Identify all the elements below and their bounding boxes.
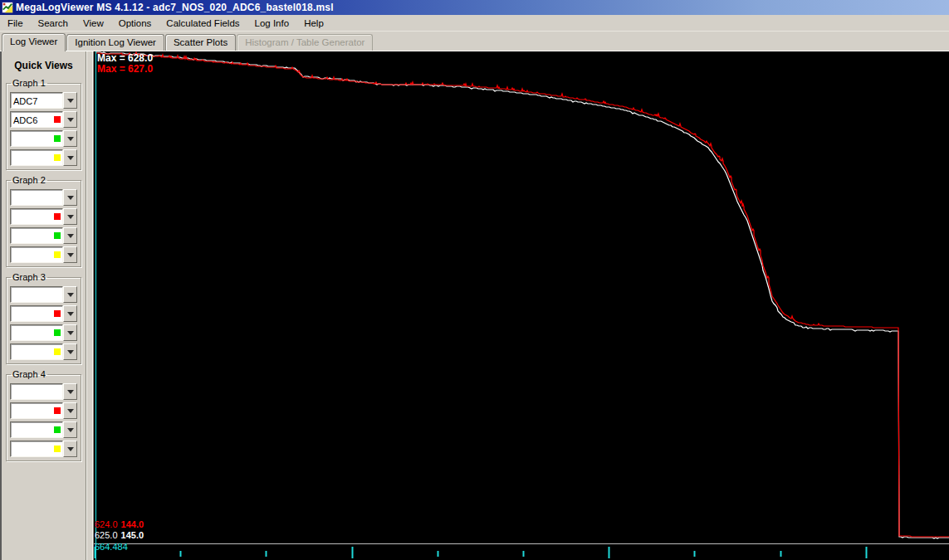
combo-dropdown-button[interactable]	[63, 421, 77, 438]
graph3-slot4-combobox[interactable]	[10, 343, 77, 360]
splitter-handle[interactable]	[86, 51, 94, 560]
combo-dropdown-button[interactable]	[63, 149, 77, 166]
combo-selected-value	[11, 290, 13, 300]
combo-dropdown-button[interactable]	[63, 402, 77, 419]
tab-ignition-log-viewer[interactable]: Ignition Log Viewer	[66, 34, 164, 51]
chevron-down-icon	[67, 447, 74, 455]
quick-views-sidebar: Quick Views Graph 1ADC7ADC6Graph 2Graph …	[2, 51, 86, 560]
graph3-slot2-combobox[interactable]	[10, 305, 77, 322]
graph2-slot1-combobox[interactable]	[10, 189, 77, 206]
combo-selected-value	[11, 212, 13, 222]
tab-strip: Log Viewer Ignition Log Viewer Scatter P…	[0, 32, 949, 51]
combo-dropdown-button[interactable]	[63, 383, 77, 400]
chevron-down-icon	[67, 409, 74, 416]
graph3-slot3-combobox[interactable]	[10, 324, 77, 341]
combo-dropdown-button[interactable]	[63, 111, 77, 128]
graph3-slot1-combobox[interactable]	[10, 286, 77, 303]
chevron-down-icon	[67, 118, 74, 125]
title-bar[interactable]: MegaLogViewer MS 4.1.12 - adc7_NOS_020_A…	[0, 0, 949, 15]
trace-color-swatch	[54, 329, 61, 336]
graph1-slot4-combobox[interactable]	[10, 149, 77, 166]
combo-field[interactable]	[10, 441, 63, 457]
graph4-slot1-combobox[interactable]	[10, 383, 77, 400]
trace-color-swatch	[54, 116, 61, 123]
trace-color-swatch	[54, 213, 61, 220]
combo-selected-value	[11, 407, 13, 416]
graph-group-label: Graph 4	[11, 369, 47, 379]
combo-field[interactable]	[10, 286, 63, 303]
combo-dropdown-button[interactable]	[63, 92, 77, 109]
combo-field[interactable]: ADC7	[10, 92, 63, 109]
combo-field[interactable]: ADC6	[10, 111, 63, 128]
combo-selected-value	[11, 193, 13, 203]
trace-color-swatch	[54, 426, 61, 433]
chevron-down-icon	[67, 390, 74, 397]
trace-color-swatch	[54, 194, 61, 201]
combo-selected-value	[11, 231, 13, 241]
menu-file[interactable]: File	[0, 15, 31, 32]
graph1-slot2-combobox[interactable]: ADC6	[10, 111, 77, 128]
graph2-slot3-combobox[interactable]	[10, 227, 77, 244]
cursor-value-red: 624.0	[95, 519, 118, 529]
combo-dropdown-button[interactable]	[63, 305, 77, 322]
combo-dropdown-button[interactable]	[63, 246, 77, 263]
combo-field[interactable]	[10, 246, 63, 263]
chevron-down-icon	[67, 331, 74, 338]
graph4-slot4-combobox[interactable]	[10, 441, 77, 457]
combo-dropdown-button[interactable]	[63, 189, 77, 206]
combo-field[interactable]	[10, 324, 63, 341]
graph2-slot2-combobox[interactable]	[10, 208, 77, 225]
graph-group-2: Graph 2	[6, 175, 81, 267]
combo-dropdown-button[interactable]	[63, 286, 77, 303]
combo-selected-value	[11, 329, 13, 338]
combo-field[interactable]	[10, 189, 63, 206]
graph1-slot3-combobox[interactable]	[10, 130, 77, 147]
combo-field[interactable]	[10, 149, 63, 166]
graph1-slot1-combobox[interactable]: ADC7	[10, 92, 77, 109]
graph4-slot2-combobox[interactable]	[10, 402, 77, 419]
combo-field[interactable]	[10, 208, 63, 225]
combo-selected-value	[11, 153, 13, 163]
app-icon[interactable]	[2, 2, 13, 13]
combo-selected-value	[11, 309, 13, 319]
combo-field[interactable]	[10, 343, 63, 360]
log-plot[interactable]	[94, 51, 949, 560]
trace-color-swatch	[54, 291, 61, 298]
max-label-white: Max = 628.0	[97, 52, 153, 64]
combo-field[interactable]	[10, 227, 63, 244]
menu-help[interactable]: Help	[296, 15, 331, 32]
combo-field[interactable]	[10, 421, 63, 438]
trace-color-swatch	[54, 310, 61, 317]
menu-log-info[interactable]: Log Info	[247, 15, 297, 32]
chevron-down-icon	[67, 215, 74, 222]
chevron-down-icon	[67, 156, 74, 163]
menu-options[interactable]: Options	[111, 15, 159, 32]
graph-group-label: Graph 3	[11, 272, 47, 282]
menu-view[interactable]: View	[76, 15, 111, 32]
graph4-slot3-combobox[interactable]	[10, 421, 77, 438]
combo-dropdown-button[interactable]	[63, 324, 77, 341]
chart-canvas[interactable]: Max = 628.0 Max = 627.0 624.0144.0 625.0…	[94, 51, 949, 560]
combo-dropdown-button[interactable]	[63, 343, 77, 360]
combo-dropdown-button[interactable]	[63, 441, 77, 457]
combo-dropdown-button[interactable]	[63, 208, 77, 225]
combo-selected-value	[11, 251, 13, 261]
chevron-down-icon	[67, 312, 74, 319]
chevron-down-icon	[67, 196, 74, 203]
combo-dropdown-button[interactable]	[63, 227, 77, 244]
menu-search[interactable]: Search	[31, 15, 76, 32]
tab-scatter-plots[interactable]: Scatter Plots	[165, 34, 236, 51]
combo-field[interactable]	[10, 305, 63, 322]
combo-field[interactable]	[10, 402, 63, 419]
combo-field[interactable]	[10, 383, 63, 400]
tab-log-viewer[interactable]: Log Viewer	[2, 33, 66, 51]
cursor-values-red: 624.0144.0	[95, 519, 144, 529]
combo-field[interactable]	[10, 130, 63, 147]
graph2-slot4-combobox[interactable]	[10, 246, 77, 263]
trace-color-swatch	[54, 232, 61, 239]
combo-dropdown-button[interactable]	[63, 130, 77, 147]
chevron-down-icon	[67, 137, 74, 144]
trace-color-swatch	[54, 388, 61, 395]
menu-calculated-fields[interactable]: Calculated Fields	[159, 15, 247, 32]
chevron-down-icon	[67, 99, 74, 106]
